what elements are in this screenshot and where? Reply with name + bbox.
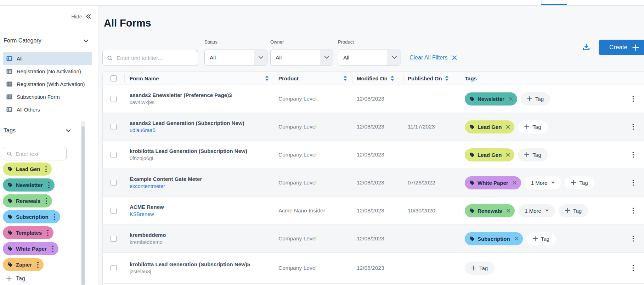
modified-on-cell: 12/08/2023 — [352, 85, 403, 113]
sidebar-tag-pill-renewals[interactable]: Renewals — [3, 194, 52, 207]
more-tags-button[interactable]: 1 More — [525, 176, 561, 189]
tag-options-icon[interactable] — [52, 246, 53, 252]
remove-tag-icon[interactable] — [506, 153, 510, 157]
column-label: Product — [278, 75, 299, 81]
modified-on-cell: 12/08/2023 — [352, 225, 403, 252]
caret-down-icon — [551, 182, 555, 184]
list-icon — [6, 56, 12, 61]
add-tag-button[interactable]: Tag — [518, 120, 547, 133]
row-actions-icon[interactable] — [632, 207, 634, 214]
remove-tag-icon[interactable] — [514, 236, 519, 241]
row-checkbox[interactable] — [111, 124, 117, 130]
filter-search-input[interactable] — [116, 55, 193, 62]
product-dropdown[interactable]: All — [338, 50, 401, 65]
chevron-down-icon[interactable] — [254, 50, 267, 65]
form-id[interactable]: udlau6raa5 — [130, 127, 156, 133]
add-tag-button[interactable]: Tag — [465, 262, 494, 275]
product-cell: Company Level — [274, 113, 352, 141]
chevron-down-icon[interactable] — [388, 50, 401, 65]
form-id[interactable]: excontentmeter — [130, 183, 165, 189]
owner-dropdown[interactable]: All — [270, 50, 333, 65]
create-button[interactable]: Create — [599, 40, 644, 55]
form-category-header[interactable]: Form Category — [4, 38, 89, 44]
row-actions-icon[interactable] — [632, 152, 634, 158]
sidebar-tag-pill-subscription[interactable]: Subscription — [3, 210, 60, 223]
status-dropdown[interactable]: All — [204, 50, 267, 65]
select-all-checkbox[interactable] — [111, 75, 117, 81]
remove-tag-icon[interactable] — [506, 209, 510, 213]
remove-tag-icon[interactable] — [506, 125, 510, 129]
sidebar-item-registration-with-activation[interactable]: Registration (With Activation) — [3, 78, 92, 90]
sidebar-add-tag-button[interactable]: Tag — [6, 275, 25, 282]
add-tag-button[interactable]: Tag — [518, 148, 547, 161]
hide-sidebar-button[interactable]: Hide — [71, 13, 91, 19]
tag-label: Lead Gen — [478, 152, 502, 158]
plus-icon — [565, 208, 570, 213]
remove-tag-icon[interactable] — [509, 97, 513, 101]
scrollbar-thumb[interactable] — [81, 126, 85, 285]
row-checkbox[interactable] — [111, 265, 117, 271]
tag-options-icon[interactable] — [47, 230, 49, 236]
chevron-down-icon[interactable] — [66, 129, 71, 132]
row-checkbox[interactable] — [111, 208, 117, 214]
collapse-sidebar-icon[interactable] — [85, 14, 91, 19]
sidebar-tag-pill-templates[interactable]: Templates — [3, 226, 53, 239]
sidebar-item-all[interactable]: All — [3, 52, 92, 65]
sidebar-item-label: All — [17, 56, 23, 62]
tag-options-icon[interactable] — [48, 182, 50, 188]
tag-search-input[interactable] — [15, 150, 63, 157]
row-checkbox[interactable] — [111, 96, 117, 102]
add-tag-button[interactable]: Tag — [521, 92, 550, 106]
sidebar-item-all-others[interactable]: All Others — [3, 103, 92, 116]
hide-label[interactable]: Hide — [71, 13, 82, 19]
column-header-published-on[interactable]: Published On — [403, 72, 457, 85]
tag-options-icon[interactable] — [45, 166, 47, 172]
chevron-down-icon[interactable] — [320, 50, 333, 65]
sidebar-tag-list: Lead GenNewsletterRenewalsSubscriptionTe… — [3, 163, 60, 271]
tags-cell: Lead GenTag — [457, 141, 620, 169]
close-icon[interactable] — [452, 55, 457, 60]
sidebar-tag-pill-lead-gen[interactable]: Lead Gen — [3, 163, 52, 176]
tag-options-icon[interactable] — [54, 214, 55, 220]
tag-label: Newsletter — [478, 96, 504, 102]
add-tag-label: Tag — [573, 208, 582, 214]
add-tag-button[interactable]: Tag — [559, 204, 588, 217]
column-header-product[interactable]: Product — [274, 72, 352, 85]
more-tags-button[interactable]: 1 More — [518, 204, 555, 217]
row-checkbox[interactable] — [111, 152, 117, 158]
sidebar-item-registration-no-activation[interactable]: Registration (No Activation) — [3, 65, 92, 78]
add-tag-button[interactable]: Tag — [565, 176, 594, 189]
row-checkbox[interactable] — [111, 180, 117, 186]
sidebar-tag-pill-zapier[interactable]: Zapier — [3, 258, 44, 271]
sidebar-item-subscription-form[interactable]: Subscription Form — [3, 90, 92, 103]
column-header-modified-on[interactable]: Modified On — [352, 72, 403, 85]
sort-icon[interactable] — [343, 75, 347, 81]
table-row: krobilotta Lead Generation (Subscription… — [103, 253, 644, 284]
tag-label: Lead Gen — [16, 166, 40, 172]
tag-icon — [469, 152, 475, 158]
sort-icon[interactable] — [390, 75, 394, 81]
column-header-form-name[interactable]: Form Name — [124, 72, 274, 85]
download-button[interactable] — [580, 41, 592, 53]
row-actions-icon[interactable] — [632, 235, 634, 242]
sidebar-tag-pill-white-paper[interactable]: White Paper — [3, 242, 58, 255]
row-actions-icon[interactable] — [632, 265, 634, 271]
tag-options-icon[interactable] — [46, 198, 47, 204]
sort-icon[interactable] — [265, 75, 269, 81]
tags-header[interactable]: Tags — [4, 127, 71, 134]
remove-tag-icon[interactable] — [513, 181, 517, 185]
clear-all-filters-button[interactable]: Clear All Filters — [409, 50, 457, 65]
row-actions-icon[interactable] — [632, 179, 634, 186]
sidebar-scrollbar[interactable] — [81, 121, 85, 285]
sort-icon[interactable] — [445, 75, 449, 81]
row-actions-icon[interactable] — [632, 96, 634, 102]
add-tag-button[interactable]: Tag — [526, 232, 556, 245]
published-on-cell — [403, 85, 457, 113]
chevron-down-icon[interactable] — [84, 39, 89, 42]
row-checkbox[interactable] — [111, 236, 117, 242]
tag-options-icon[interactable] — [37, 262, 39, 268]
actions-cell — [620, 113, 644, 141]
form-id[interactable]: KSBrenew — [130, 211, 154, 217]
sidebar-tag-pill-newsletter[interactable]: Newsletter — [3, 178, 55, 192]
row-actions-icon[interactable] — [632, 124, 634, 130]
